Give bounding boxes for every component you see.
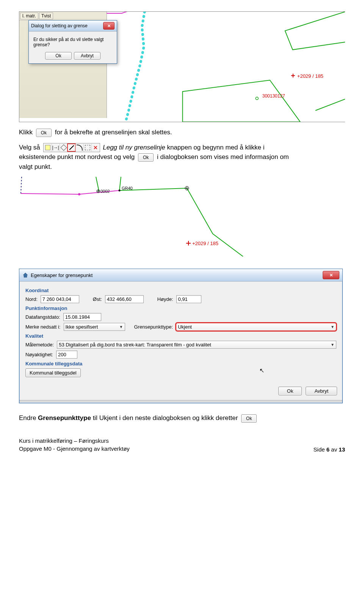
text: i dialogboksen som vises med informasjon… bbox=[157, 153, 289, 160]
section-koordinat: Koordinat bbox=[25, 288, 336, 293]
input-datafangst[interactable]: 15.08.1984 bbox=[63, 313, 101, 321]
tool-delete-icon[interactable]: ✕ bbox=[91, 144, 99, 151]
svg-point-0 bbox=[256, 97, 258, 100]
coord-label-top: +2029 / 185 bbox=[297, 73, 323, 79]
footer-line-2: Oppgave M0 - Gjennomgang av kartverktøy bbox=[19, 445, 130, 453]
section-punkt: Punktinformasjon bbox=[25, 305, 336, 311]
paragraph-2: Velg så |→| ✕ Legg til ny grenselinje kn… bbox=[19, 143, 345, 172]
chevron-down-icon: ▼ bbox=[331, 325, 334, 329]
tool-line-icon[interactable] bbox=[67, 144, 75, 151]
map-mid-screenshot: 0002 GR40 +2029 / 185 bbox=[19, 177, 345, 256]
svg-point-1 bbox=[78, 193, 80, 195]
point-label-gr40: GR40 bbox=[122, 186, 133, 190]
chevron-down-icon: ▼ bbox=[331, 343, 334, 347]
text: valgt punkt. bbox=[19, 163, 52, 170]
text: Velg så bbox=[19, 144, 40, 151]
prop-title-text: Egenskaper for grensepunkt bbox=[31, 272, 93, 278]
footer-page-number: Side 6 av 13 bbox=[314, 446, 345, 453]
point-label-0002: 0002 bbox=[100, 189, 110, 194]
footer-line-1: Kurs i matrikkelføring – Føringskurs bbox=[19, 437, 130, 445]
ok-button-inline-3[interactable]: Ok bbox=[241, 414, 257, 423]
home-icon bbox=[22, 272, 28, 278]
ok-button-inline-1[interactable]: Ok bbox=[36, 129, 52, 137]
text: Ukjent bbox=[99, 414, 118, 422]
text: i den neste dialogboksen og klikk derett… bbox=[118, 414, 238, 422]
prop-avbryt-button[interactable]: Avbryt bbox=[306, 387, 337, 395]
kommunal-tillegg-button[interactable]: Kommunal tilleggsdel bbox=[25, 368, 81, 377]
page-footer: Kurs i matrikkelføring – Føringskurs Opp… bbox=[19, 437, 345, 453]
paragraph-1: Klikk Ok for å bekrefte at grenselinjen … bbox=[19, 127, 345, 137]
text: eksisterende punkt mot nordvest og velg bbox=[19, 153, 135, 160]
tool-point-icon[interactable] bbox=[60, 144, 67, 151]
select-merke-value: Ikke spesifisert bbox=[66, 324, 98, 330]
delete-boundary-dialog: Dialog for sletting av grense ✕ Er du si… bbox=[28, 20, 117, 64]
dialog-ok-button[interactable]: Ok bbox=[45, 52, 72, 60]
paragraph-3: Endre Grensepunkttype til Ukjent i den n… bbox=[19, 413, 345, 423]
input-noyaktighet[interactable]: 200 bbox=[56, 351, 77, 359]
dialog-message: Er du sikker på at du vil slette valgt g… bbox=[29, 31, 117, 52]
tool-rectangle-icon[interactable] bbox=[44, 144, 52, 151]
dialog-title-text: Dialog for sletting av grense bbox=[31, 23, 88, 28]
tool-snap-icon[interactable]: |→| bbox=[52, 144, 60, 151]
label-nord: Nord: bbox=[25, 296, 38, 302]
tool-select-icon[interactable] bbox=[83, 144, 91, 151]
close-icon: ✕ bbox=[329, 273, 333, 277]
ok-button-inline-2[interactable]: Ok bbox=[138, 153, 154, 162]
dialog-close-button[interactable]: ✕ bbox=[103, 22, 115, 30]
text: for å bekrefte at grenselinjen skal slet… bbox=[55, 129, 172, 136]
prop-body: Koordinat Nord: 7 260 043,04 Øst: 432 46… bbox=[19, 282, 342, 384]
map-top-screenshot: l. matr. Tvist 300130127 +2029 / 185 bbox=[19, 11, 345, 122]
point-id-label: 300130127 bbox=[262, 93, 285, 99]
tool-curve-icon[interactable] bbox=[75, 144, 83, 151]
label-grensepunkttype: Grensepunkttype: bbox=[134, 324, 173, 330]
cursor-icon: ↖ bbox=[259, 367, 264, 374]
chevron-down-icon: ▼ bbox=[119, 325, 123, 329]
input-ost[interactable]: 432 466,60 bbox=[105, 295, 144, 303]
close-icon: ✕ bbox=[107, 24, 111, 28]
dialog-cancel-button[interactable]: Avbryt bbox=[74, 52, 100, 60]
input-nord[interactable]: 7 260 043,04 bbox=[41, 295, 79, 303]
prop-ok-button[interactable]: Ok bbox=[278, 387, 302, 395]
text-italic: Legg til ny grenselinje bbox=[103, 144, 165, 151]
text: Endre bbox=[19, 414, 38, 422]
prop-titlebar: Egenskaper for grensepunkt ✕ bbox=[19, 269, 342, 282]
map-mid-svg: 0002 GR40 +2029 / 185 bbox=[19, 177, 345, 256]
select-merke[interactable]: Ikke spesifisert ▼ bbox=[64, 323, 125, 331]
text: til bbox=[91, 414, 99, 422]
section-kvalitet: Kvalitet bbox=[25, 333, 336, 339]
label-hoyde: Høyde: bbox=[157, 296, 173, 302]
dialog-titlebar: Dialog for sletting av grense ✕ bbox=[29, 20, 117, 31]
label-noyaktighet: Nøyaktighet: bbox=[25, 352, 53, 357]
label-datafangst: Datafangstdato: bbox=[25, 314, 60, 320]
label-merke: Merke nedsatt i: bbox=[25, 324, 61, 330]
section-kommunal: Kommunale tilleggsdata bbox=[25, 361, 336, 367]
text: knappen og begynn med å klikke i bbox=[165, 144, 265, 151]
input-hoyde[interactable]: 0,91 bbox=[176, 295, 201, 303]
text: Klikk bbox=[19, 129, 33, 136]
text-bold: Grensepunkttype bbox=[38, 414, 91, 422]
drawing-toolbar: |→| ✕ bbox=[43, 143, 100, 152]
select-grensepunkttype-value: Ukjent bbox=[178, 324, 192, 330]
grensepunkt-properties-dialog: Egenskaper for grensepunkt ✕ Koordinat N… bbox=[19, 269, 343, 403]
select-grensepunkttype[interactable]: Ukjent ▼ bbox=[176, 323, 336, 331]
label-ost: Øst: bbox=[93, 296, 102, 302]
label-malemetode: Målemetode: bbox=[25, 342, 54, 348]
svg-point-3 bbox=[119, 190, 121, 192]
coord-label-mid: +2029 / 185 bbox=[192, 241, 218, 246]
prop-close-button[interactable]: ✕ bbox=[323, 271, 339, 279]
select-malemetode-value: 53 Digitalisert på dig.bord fra strek-ka… bbox=[59, 342, 211, 348]
select-malemetode[interactable]: 53 Digitalisert på dig.bord fra strek-ka… bbox=[57, 341, 336, 349]
